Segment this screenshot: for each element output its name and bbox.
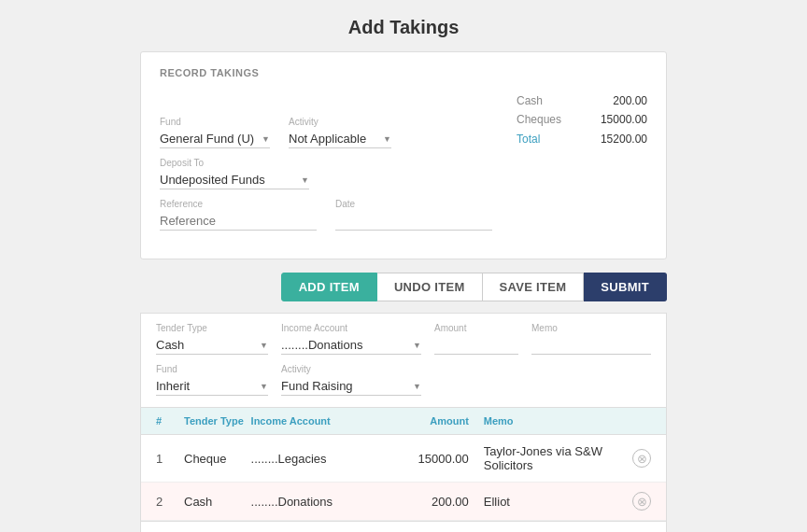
item-form: Tender Type Cash ▼ Income Account ......… [140, 313, 667, 407]
row-2-tender: Cash [184, 495, 251, 509]
record-takings-card: RECORD TAKINGS Fund General Fund (U) ▼ A… [140, 51, 667, 259]
reference-label: Reference [160, 199, 317, 209]
row-1-tender: Cheque [184, 452, 251, 466]
row-1-amount: 15000.00 [385, 452, 469, 466]
row-2-income: ........Donations [251, 495, 385, 509]
amount-label: Amount [434, 323, 518, 333]
reference-input[interactable] [160, 212, 317, 231]
tender-type-label: Tender Type [156, 323, 268, 333]
total-label: Total [517, 130, 540, 148]
cheques-value: 15000.00 [591, 110, 647, 129]
row-1-income: ........Legacies [251, 452, 385, 466]
col-header-actions [617, 415, 651, 427]
income-account-select[interactable]: ........Donations [281, 336, 421, 355]
cash-label: Cash [517, 91, 543, 110]
cash-value: 200.00 [591, 91, 647, 110]
table-footer: 15200.00 [141, 521, 666, 532]
item-activity-select[interactable]: Fund Raising [281, 377, 421, 396]
table-container: # Tender Type Income Account Amount Memo… [140, 407, 667, 532]
row-1-num: 1 [156, 452, 184, 466]
table-row: 2 Cash ........Donations 200.00 Elliot ⊗ [141, 483, 666, 521]
row-2-num: 2 [156, 495, 184, 509]
col-header-num: # [156, 415, 184, 427]
save-item-button[interactable]: SAVE ITEM [483, 273, 585, 301]
cheques-label: Cheques [517, 110, 561, 129]
row-2-memo: Elliot [469, 495, 617, 509]
income-account-label: Income Account [281, 323, 421, 333]
table-row: 1 Cheque ........Legacies 15000.00 Taylo… [141, 435, 666, 483]
add-item-button[interactable]: ADD ITEM [281, 273, 377, 301]
item-activity-label: Activity [281, 364, 421, 374]
row-1-delete-button[interactable]: ⊗ [632, 449, 651, 468]
row-1-memo: Taylor-Jones via S&W Solicitors [469, 444, 617, 472]
date-input[interactable]: 18/04/2018 [335, 212, 492, 231]
undo-item-button[interactable]: UNDO ITEM [377, 273, 483, 301]
col-header-income: Income Account [251, 415, 385, 427]
page-title: Add Takings [0, 0, 807, 51]
row-2-delete-button[interactable]: ⊗ [632, 492, 651, 511]
deposit-label: Deposit To [160, 158, 309, 168]
row-2-actions: ⊗ [617, 492, 651, 511]
submit-button[interactable]: SUBMIT [584, 273, 667, 301]
activity-label: Activity [289, 117, 391, 127]
deposit-select[interactable]: Undeposited Funds [160, 171, 309, 189]
row-2-amount: 200.00 [385, 495, 469, 509]
table-header: # Tender Type Income Account Amount Memo [141, 408, 666, 435]
amount-input[interactable]: 200.00 [434, 336, 518, 355]
tender-type-select[interactable]: Cash [156, 336, 268, 355]
item-fund-select[interactable]: Inherit [156, 377, 268, 396]
total-value: 15200.00 [591, 130, 647, 148]
card-section-label: RECORD TAKINGS [160, 67, 647, 78]
activity-select[interactable]: Not Applicable [289, 130, 391, 148]
memo-input[interactable]: Elliot [531, 336, 651, 355]
col-header-amount: Amount [385, 415, 469, 427]
date-label: Date [335, 199, 492, 209]
fund-label: Fund [160, 117, 270, 127]
item-fund-label: Fund [156, 364, 268, 374]
col-header-tender: Tender Type [184, 415, 251, 427]
fund-select[interactable]: General Fund (U) [160, 130, 270, 148]
memo-label: Memo [531, 323, 651, 333]
toolbar: ADD ITEM UNDO ITEM SAVE ITEM SUBMIT [140, 273, 667, 301]
col-header-memo: Memo [469, 415, 617, 427]
row-1-actions: ⊗ [617, 449, 651, 468]
